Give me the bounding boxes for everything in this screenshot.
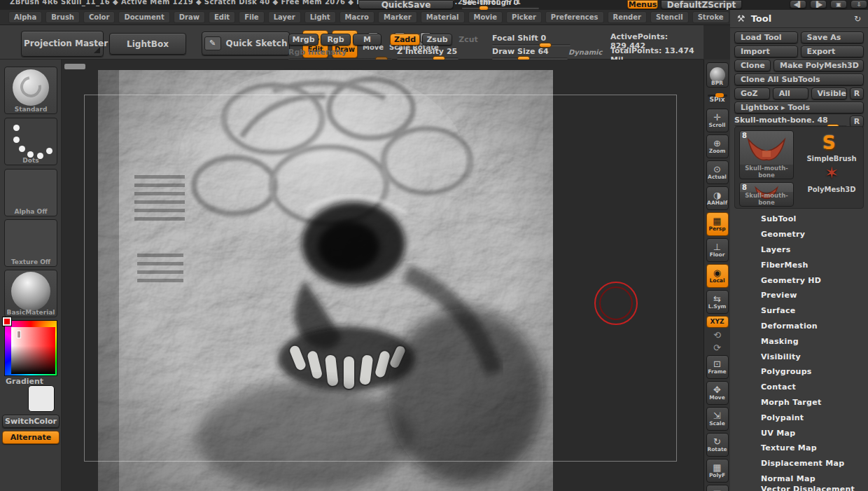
polymesh3d-star-icon[interactable]: ✶ (825, 163, 839, 183)
lightbox-button[interactable]: LightBox (109, 33, 186, 55)
color-cursor[interactable] (17, 331, 21, 338)
sculpt-canvas[interactable] (62, 60, 704, 491)
switch-color-button[interactable]: SwitchColor (2, 415, 59, 428)
menu-item-stroke[interactable]: Stroke (692, 11, 729, 23)
focal-shift-track[interactable] (492, 44, 570, 46)
tool-section-geometry[interactable]: Geometry (730, 227, 868, 242)
projection-master-button[interactable]: Projection Master (21, 31, 104, 57)
z-intensity-slider[interactable]: Z Intensity 25 (397, 47, 458, 60)
m-button[interactable]: M (353, 34, 382, 46)
rotate-y-button[interactable]: ⟲ (706, 330, 729, 340)
menu-item-draw[interactable]: Draw (174, 11, 205, 23)
lsym-button[interactable]: ⇆ L.Sym (706, 290, 729, 314)
tool-section-layers[interactable]: Layers (730, 242, 868, 258)
current-alpha-selector[interactable]: Alpha Off (4, 169, 57, 216)
tool-section-geometry-hd[interactable]: Geometry HD (730, 272, 868, 288)
load-tool-button[interactable]: Load Tool (734, 32, 798, 43)
tool-section-polygroups[interactable]: Polygroups (730, 364, 868, 380)
menu-item-macro[interactable]: Macro (340, 11, 374, 23)
floor-button[interactable]: ⊥ Floor (706, 238, 729, 262)
refresh-icon[interactable]: ↻ (854, 14, 861, 24)
color-picker[interactable] (4, 320, 57, 376)
save-as-button[interactable]: Save As (801, 32, 864, 43)
quicksave-button[interactable]: QuickSave (358, 0, 454, 9)
menu-item-preferences[interactable]: Preferences (545, 11, 604, 23)
menu-item-movie[interactable]: Movie (468, 11, 503, 23)
dynamic-label[interactable]: Dynamic (568, 48, 602, 56)
tool-section-normal-map[interactable]: Normal Map (730, 471, 868, 487)
goz-all-button[interactable]: All (773, 88, 808, 99)
tool-section-uv-map[interactable]: UV Map (730, 425, 868, 441)
frame-button[interactable]: ⊡ Frame (706, 355, 729, 379)
menu-item-alpha[interactable]: Alpha (8, 11, 42, 23)
secondary-color-swatch[interactable] (28, 385, 55, 412)
recent-tool-thumbnail[interactable]: 8 Skull-mouth-bone (739, 182, 794, 207)
tool-section-morph-target[interactable]: Morph Target (730, 395, 868, 410)
menu-item-brush[interactable]: Brush (46, 11, 80, 23)
menu-item-marker[interactable]: Marker (378, 11, 417, 23)
menu-item-layer[interactable]: Layer (268, 11, 301, 23)
tool-section-preview[interactable]: Preview (730, 288, 868, 303)
tool-section-displacement-map[interactable]: Displacement Map (730, 456, 868, 471)
tool-section-subtool[interactable]: SubTool (730, 212, 868, 227)
quick-sketch-button[interactable]: ✎ Quick Sketch (202, 32, 290, 55)
goz-visible-button[interactable]: Visible (811, 88, 848, 99)
bpr-button[interactable]: BPR (706, 62, 729, 88)
tool-section-deformation[interactable]: Deformation (730, 319, 868, 334)
actual-button[interactable]: ⊙ Actual (706, 160, 729, 184)
menu-item-material[interactable]: Material (421, 11, 465, 23)
rotate-button[interactable]: ↻ Rotate (706, 433, 729, 457)
xyz-button[interactable]: XYZ (706, 316, 729, 328)
tool-section-visibility[interactable]: Visibility (730, 349, 868, 364)
clone-button[interactable]: Clone (734, 60, 771, 71)
current-stroke-selector[interactable]: Dots (4, 118, 57, 165)
canvas-scrollbar[interactable] (64, 64, 85, 69)
import-button[interactable]: Import (734, 46, 798, 57)
camera-icon[interactable]: ▣ (830, 0, 847, 8)
menu-item-stencil[interactable]: Stencil (650, 11, 689, 23)
transp-button[interactable]: ◪ Transp (706, 485, 729, 491)
menu-item-color[interactable]: Color (83, 11, 115, 23)
see-through-slider[interactable]: See-through 0 (462, 0, 539, 9)
shrink-right-icon[interactable]: ▐▶ (810, 0, 827, 8)
clone-all-subtools-button[interactable]: Clone All SubTools (734, 74, 864, 85)
persp-button[interactable]: ▦ Persp (706, 212, 729, 236)
simplebrush-icon[interactable]: S (822, 132, 836, 153)
zadd-button[interactable]: Zadd (390, 34, 420, 46)
menus-button[interactable]: Menus (627, 0, 658, 9)
zsub-button[interactable]: Zsub (422, 34, 452, 46)
menu-item-picker[interactable]: Picker (506, 11, 542, 23)
alternate-button[interactable]: Alternate (2, 431, 59, 444)
menu-item-edit[interactable]: Edit (209, 11, 235, 23)
scale-button[interactable]: ⇲ Scale (706, 407, 729, 431)
spix-button[interactable]: SPix (706, 90, 729, 106)
see-through-track[interactable] (462, 7, 539, 9)
mrgb-button[interactable]: Mrgb (288, 34, 318, 46)
tool-section-vector-displacement-map[interactable]: Vector Displacement Map (730, 486, 868, 491)
tool-section-texture-map[interactable]: Texture Map (730, 441, 868, 456)
tool-section-polypaint[interactable]: Polypaint (730, 410, 868, 425)
current-material-selector[interactable]: BasicMaterial (4, 270, 57, 317)
local-button[interactable]: ◉ Local (706, 264, 729, 288)
focal-shift-slider[interactable]: Focal Shift 0 (492, 34, 570, 46)
move-button[interactable]: ✥ Move (706, 381, 729, 405)
menu-item-document[interactable]: Document (118, 11, 169, 23)
menu-item-render[interactable]: Render (608, 11, 647, 23)
export-button[interactable]: Export (801, 46, 864, 57)
tool-section-surface[interactable]: Surface (730, 303, 868, 319)
rotate-z-button[interactable]: ⟳ (706, 343, 729, 353)
draw-size-slider[interactable]: Draw Size 64 (492, 47, 568, 60)
current-brush-selector[interactable]: Standard (4, 67, 57, 114)
active-tool-thumbnail[interactable]: 8 Skull-mouth-bone (739, 130, 794, 179)
lightbox-tools-button[interactable]: Lightbox ▸ Tools (734, 102, 864, 113)
scroll-button[interactable]: ✛ Scroll (706, 109, 729, 132)
default-zscript-button[interactable]: DefaultZScript (661, 0, 742, 9)
tool-section-fibermesh[interactable]: FiberMesh (730, 257, 868, 272)
aahalf-button[interactable]: ◑ AAHalf (706, 186, 729, 210)
rgb-button[interactable]: Rgb (321, 34, 351, 46)
make-polymesh3d-button[interactable]: Make PolyMesh3D (774, 60, 864, 71)
goz-button[interactable]: GoZ (734, 88, 770, 99)
goz-r-button[interactable]: R (850, 88, 864, 99)
shrink-left-icon[interactable]: ◀▌ (790, 0, 806, 8)
saturation-value-square[interactable] (11, 327, 55, 374)
